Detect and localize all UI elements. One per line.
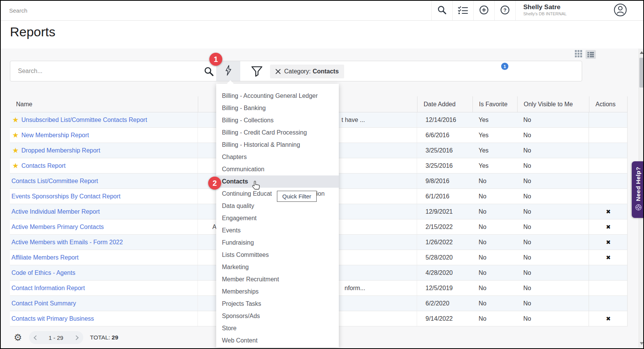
remove-report-icon[interactable]: ✖ [606, 239, 611, 246]
menu-item-billing-collections[interactable]: Billing - Collections [216, 114, 339, 127]
menu-item-billing-banking[interactable]: Billing - Banking [216, 102, 339, 114]
only-visible-cell: No [517, 281, 589, 295]
funnel-icon [251, 71, 263, 78]
date-added-cell: 3/25/2016 [417, 143, 472, 158]
scrollbar-thumb[interactable] [639, 58, 644, 88]
menu-item-member-recruitment[interactable]: Member Recruitment [216, 273, 339, 286]
menu-item-engagement[interactable]: Engagement [216, 212, 339, 224]
global-search-input[interactable] [1, 1, 431, 20]
chip-label: Category:Contacts [284, 68, 339, 75]
only-visible-cell: No [517, 112, 589, 127]
report-name-cell: Active Members Primary Contacts [10, 219, 198, 234]
report-link[interactable]: Active Members Primary Contacts [11, 224, 104, 231]
grid-view-toggle[interactable] [575, 50, 582, 59]
category-filter-chip[interactable]: Category:Contacts [270, 65, 344, 78]
report-link[interactable]: Contact Information Report [11, 285, 85, 292]
only-visible-cell: No [517, 158, 589, 173]
report-link[interactable]: Affiliate Members Report [11, 254, 79, 261]
report-link[interactable]: Code of Ethics - Agents [11, 269, 75, 276]
column-header-only-visible-to-me[interactable]: Only Visible to Me [517, 96, 589, 112]
is-favorite-cell: No [472, 189, 517, 204]
report-link[interactable]: Dropped Membership Report [21, 147, 100, 154]
only-visible-cell: No [517, 250, 589, 265]
report-link[interactable]: Active Individual Member Report [11, 208, 100, 215]
search-button[interactable] [431, 1, 452, 20]
column-header-date-added[interactable]: Date Added [417, 96, 472, 112]
report-link[interactable]: Contacts wit Primary Business [11, 315, 94, 322]
menu-item-billing-credit-card-processing[interactable]: Billing - Credit Card Processing [216, 127, 339, 139]
report-link[interactable]: Unsubscribed List/Committee Contacts Rep… [21, 117, 147, 123]
menu-item-marketing[interactable]: Marketing [216, 261, 339, 273]
favorite-star-icon[interactable]: ★ [12, 131, 19, 139]
filter-button[interactable]: 1 [251, 66, 263, 78]
help-button[interactable]: ? [494, 1, 515, 20]
actions-cell [589, 143, 628, 158]
menu-item-store[interactable]: Store [216, 322, 339, 334]
remove-report-icon[interactable]: ✖ [606, 208, 611, 215]
menu-item-web-content[interactable]: Web Content [216, 334, 339, 347]
favorite-star-icon[interactable]: ★ [12, 116, 19, 123]
date-added-cell: 1/26/2022 [417, 235, 472, 250]
is-favorite-cell: No [472, 311, 517, 326]
report-link[interactable]: Active Members with Emails - Form 2022 [11, 239, 123, 246]
favorite-star-icon[interactable]: ★ [12, 147, 19, 154]
menu-item-lists-committees[interactable]: Lists Committees [216, 249, 339, 261]
report-link[interactable]: Contact Point Summary [11, 300, 76, 307]
favorite-star-icon[interactable]: ★ [12, 162, 19, 169]
report-link[interactable]: Contacts Report [21, 162, 66, 169]
actions-cell [589, 296, 628, 311]
is-favorite-cell: No [472, 296, 517, 311]
add-button[interactable] [473, 1, 494, 20]
date-added-cell: 6/2/2020 [417, 296, 472, 311]
date-added-cell: 6/1/2016 [417, 189, 472, 204]
column-header-is-favorite[interactable]: Is Favorite [472, 96, 517, 112]
user-menu[interactable]: Shelly Satre Shelly's DB INTERNAL [515, 1, 597, 20]
report-link[interactable]: New Membership Report [21, 132, 89, 139]
report-name-cell: Contacts List/Committee Report [10, 174, 198, 188]
scroll-up-arrow-icon[interactable] [640, 51, 644, 54]
avatar-button[interactable] [597, 1, 643, 20]
report-link[interactable]: Events Sponsorships By Contact Report [11, 193, 120, 200]
report-search-input[interactable] [17, 62, 193, 81]
column-header-name[interactable]: Name [10, 96, 198, 112]
menu-item-billing-accounting-general-ledger[interactable]: Billing - Accounting General Ledger [216, 90, 339, 102]
only-visible-cell: No [517, 219, 589, 234]
menu-item-billing-historical-planning[interactable]: Billing - Historical & Planning [216, 139, 339, 151]
menu-item-projects-tasks[interactable]: Projects Tasks [216, 298, 339, 310]
menu-item-fundraising[interactable]: Fundraising [216, 237, 339, 249]
tasks-button[interactable] [452, 1, 473, 20]
next-page-chevron-icon[interactable] [74, 335, 79, 340]
only-visible-cell: No [517, 189, 589, 204]
report-link[interactable]: Contacts List/Committee Report [11, 178, 98, 185]
remove-report-icon[interactable]: ✖ [606, 224, 611, 231]
remove-report-icon[interactable]: ✖ [606, 254, 611, 261]
actions-cell [589, 158, 628, 173]
menu-item-memberships[interactable]: Memberships [216, 286, 339, 298]
category-menu: Billing - Accounting General LedgerBilli… [216, 84, 339, 347]
report-name-cell: Contacts wit Primary Business [10, 311, 198, 326]
report-name-cell: Active Individual Member Report [10, 204, 198, 219]
scroll-down-arrow-icon[interactable] [640, 342, 644, 345]
remove-report-icon[interactable]: ✖ [606, 315, 611, 322]
list-view-toggle[interactable] [586, 50, 596, 59]
page-title: Reports [10, 24, 55, 39]
report-name-cell: ★New Membership Report [10, 128, 198, 143]
actions-cell [589, 174, 628, 188]
column-header-actions[interactable]: Actions [589, 96, 628, 112]
chip-close-icon[interactable] [275, 69, 281, 74]
prev-page-chevron-icon[interactable] [34, 335, 39, 340]
menu-item-chapters[interactable]: Chapters [216, 151, 339, 163]
actions-cell [589, 265, 628, 280]
annotation-step-1-badge: 1 [209, 53, 222, 66]
actions-cell: ✖ [589, 219, 628, 234]
only-visible-cell: No [517, 311, 589, 326]
search-icon[interactable] [204, 66, 214, 78]
question-circle-icon: ? [500, 5, 510, 16]
menu-item-events[interactable]: Events [216, 224, 339, 237]
need-help-tab[interactable]: Need Help? [632, 161, 644, 218]
report-name-cell: Contact Point Summary [10, 296, 198, 311]
menu-item-contacts[interactable]: Contacts [216, 175, 339, 188]
menu-item-sponsors-ads[interactable]: Sponsors/Ads [216, 310, 339, 322]
menu-item-communication[interactable]: Communication [216, 163, 339, 175]
settings-gear-icon[interactable]: ⚙ [14, 332, 22, 343]
